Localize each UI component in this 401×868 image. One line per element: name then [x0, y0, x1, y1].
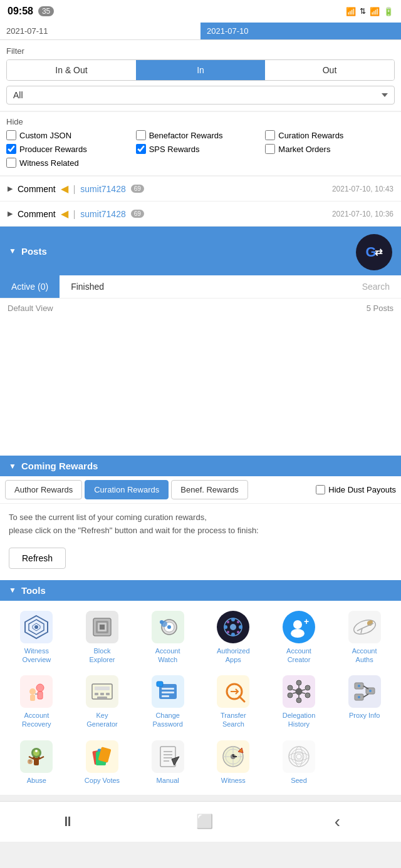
tool-seed[interactable]: Seed — [266, 738, 332, 787]
svg-line-70 — [363, 694, 368, 697]
svg-rect-41 — [95, 693, 98, 695]
posts-tabs: Active (0) Finished Search — [0, 275, 401, 298]
author-rewards-tab[interactable]: Author Rewards — [5, 480, 82, 499]
svg-rect-7 — [100, 625, 105, 630]
translate-arrow-icon: ⇄ — [375, 247, 383, 258]
tool-abuse[interactable]: ? Abuse — [4, 738, 70, 787]
filter-tab-in-out[interactable]: In & Out — [7, 60, 136, 80]
tool-witness-overview[interactable]: WitnessOverview — [4, 608, 70, 667]
rep-badge-2: 69 — [131, 210, 144, 218]
curation-rewards-tab[interactable]: Curation Rewards — [85, 480, 169, 499]
witness-label: Witness — [221, 776, 246, 785]
svg-rect-49 — [157, 682, 163, 687]
key-generator-label: KeyGenerator — [86, 711, 118, 729]
account-recovery-label: AccountRecovery — [22, 711, 51, 729]
hide-sps-rewards[interactable]: SPS Rewards — [136, 144, 266, 154]
hide-dust-checkbox[interactable] — [316, 485, 325, 494]
nav-back-button[interactable]: ‹ — [322, 808, 353, 835]
posts-tab-search[interactable]: Search — [351, 275, 401, 298]
posts-chevron[interactable]: ▼ — [9, 247, 16, 255]
username-2[interactable]: sumit71428 — [80, 209, 125, 219]
tool-proxy-info[interactable]: Proxy Info — [331, 673, 397, 732]
change-password-icon — [152, 675, 184, 708]
tool-copy-votes[interactable]: Copy Votes — [70, 738, 135, 787]
tool-key-generator[interactable]: KeyGenerator — [70, 673, 135, 732]
svg-point-20 — [227, 621, 229, 623]
hide-market-orders[interactable]: Market Orders — [265, 144, 395, 154]
svg-point-36 — [29, 688, 36, 695]
benef-rewards-tab[interactable]: Benef. Rewards — [171, 480, 248, 499]
filter-tab-in[interactable]: In — [136, 60, 265, 80]
checkbox-grid: Custom JSON Benefactor Rewards Curation … — [6, 130, 395, 168]
date-cell-1[interactable]: 2021-07-11 — [0, 23, 200, 39]
hide-producer-rewards[interactable]: Producer Rewards — [6, 144, 136, 154]
username-1[interactable]: sumit71428 — [80, 184, 125, 194]
filter-label: Filter — [6, 46, 395, 56]
tool-transfer-search[interactable]: TransferSearch — [200, 673, 266, 732]
svg-point-16 — [231, 618, 235, 621]
comment-row-2[interactable]: ▶ Comment ◀ | sumit71428 69 2021-07-10, … — [0, 202, 401, 227]
svg-point-55 — [305, 685, 310, 690]
tool-manual[interactable]: Manual — [135, 738, 200, 787]
tools-chevron[interactable]: ▼ — [9, 586, 16, 595]
posts-tab-active[interactable]: Active (0) — [0, 275, 60, 298]
triangle-icon-1: ◀ — [61, 183, 68, 195]
posts-view-label[interactable]: Default View — [8, 304, 53, 313]
tool-block-explorer[interactable]: BlockExplorer — [70, 608, 135, 667]
tool-delegation-history[interactable]: DelegationHistory — [266, 673, 332, 732]
reward-tabs: Author Rewards Curation Rewards Benef. R… — [0, 476, 401, 504]
svg-point-25 — [293, 620, 302, 629]
svg-rect-48 — [162, 695, 169, 697]
coming-rewards-chevron[interactable]: ▼ — [9, 462, 16, 471]
posts-tab-finished[interactable]: Finished — [60, 275, 115, 298]
svg-line-64 — [293, 693, 296, 693]
status-bar: 09:58 35 📶 ⇅ 📶 🔋 — [0, 0, 401, 23]
svg-point-54 — [296, 680, 301, 685]
hide-witness-related[interactable]: Witness Related — [6, 158, 136, 168]
svg-rect-43 — [106, 693, 110, 695]
filter-dropdown[interactable]: All — [6, 86, 395, 105]
notification-badge: 35 — [38, 6, 54, 16]
tool-account-watch[interactable]: AccountWatch — [135, 608, 200, 667]
svg-line-51 — [239, 697, 244, 702]
hide-section: Hide Custom JSON Benefactor Rewards Cura… — [0, 112, 401, 175]
date-cell-2[interactable]: 2021-07-10 — [200, 23, 401, 39]
filter-tab-out[interactable]: Out — [265, 60, 394, 80]
svg-point-73 — [369, 690, 372, 692]
tool-account-recovery[interactable]: AccountRecovery — [4, 673, 70, 732]
posts-count[interactable]: 5 Posts — [367, 304, 393, 313]
block-explorer-label: BlockExplorer — [90, 646, 115, 665]
svg-point-56 — [305, 693, 310, 698]
delegation-history-label: DelegationHistory — [283, 711, 316, 729]
tool-authorized-apps[interactable]: AuthorizedApps — [200, 608, 266, 667]
svg-rect-46 — [162, 688, 174, 690]
expand-arrow-1[interactable]: ▶ — [8, 185, 13, 193]
signal-icon: 📶 — [346, 7, 356, 16]
tool-change-password[interactable]: ChangePassword — [135, 673, 200, 732]
svg-point-76 — [35, 750, 38, 752]
change-password-label: ChangePassword — [153, 711, 183, 729]
account-watch-icon — [152, 611, 184, 643]
svg-line-65 — [293, 690, 296, 690]
transfer-search-icon — [217, 675, 249, 708]
translate-fab[interactable]: G ⇄ — [356, 234, 392, 270]
expand-arrow-2[interactable]: ▶ — [8, 210, 13, 218]
nav-home-button[interactable]: ⬜ — [184, 810, 226, 834]
svg-rect-47 — [162, 692, 174, 693]
hide-custom-json[interactable]: Custom JSON — [6, 130, 136, 140]
status-icons: 📶 ⇅ 📶 🔋 — [346, 7, 393, 16]
refresh-button[interactable]: Refresh — [9, 548, 66, 569]
svg-point-34 — [36, 684, 44, 692]
tool-account-creator[interactable]: + AccountCreator — [266, 608, 332, 667]
seed-icon — [283, 740, 315, 773]
svg-rect-35 — [38, 692, 43, 699]
comment-row-1[interactable]: ▶ Comment ◀ | sumit71428 69 2021-07-10, … — [0, 176, 401, 202]
hide-curation-rewards[interactable]: Curation Rewards — [265, 130, 395, 140]
svg-point-23 — [237, 631, 239, 633]
hide-benefactor-rewards[interactable]: Benefactor Rewards — [136, 130, 266, 140]
tool-account-auths[interactable]: AccountAuths — [331, 608, 397, 667]
filter-section: Filter In & Out In Out All — [0, 40, 401, 111]
copy-votes-label: Copy Votes — [85, 776, 120, 785]
nav-pause-button[interactable]: ⏸ — [48, 810, 87, 834]
tool-witness[interactable]: Witness — [200, 738, 266, 787]
